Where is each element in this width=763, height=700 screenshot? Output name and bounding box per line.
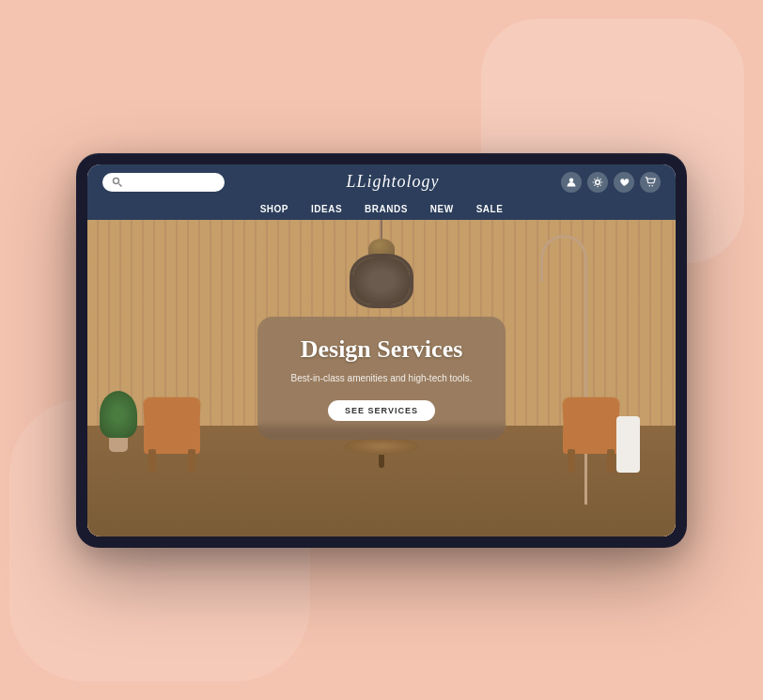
device-frame: LLightology	[76, 153, 687, 548]
logo-italic: L	[346, 172, 356, 191]
hero-overlay: Design Services Best-in-class amenities …	[87, 220, 676, 537]
header-icons	[561, 172, 661, 193]
settings-icon[interactable]	[587, 172, 608, 193]
account-icon[interactable]	[561, 172, 582, 193]
main-nav: SHOP IDEAS BRANDS NEW SALE	[102, 198, 661, 220]
svg-point-5	[652, 185, 654, 187]
device-screen: LLightology	[87, 164, 676, 537]
nav-item-ideas[interactable]: IDEAS	[311, 204, 342, 214]
wishlist-icon[interactable]	[614, 172, 634, 193]
search-input[interactable]	[128, 177, 215, 188]
nav-item-sale[interactable]: SALE	[476, 204, 504, 214]
hero-title: Design Services	[291, 335, 473, 364]
svg-point-0	[114, 178, 119, 183]
hero-section: Design Services Best-in-class amenities …	[87, 220, 676, 537]
nav-item-brands[interactable]: BRANDS	[365, 204, 408, 214]
hero-subtitle: Best-in-class amenities and high-tech to…	[291, 371, 473, 385]
svg-line-1	[119, 183, 122, 186]
header-top: LLightology	[102, 164, 661, 198]
page-wrapper: LLightology	[0, 0, 763, 700]
site-logo: LLightology	[346, 172, 439, 192]
nav-item-new[interactable]: NEW	[430, 204, 454, 214]
svg-point-4	[649, 185, 651, 187]
search-bar[interactable]	[102, 173, 225, 192]
svg-point-2	[569, 178, 574, 182]
site-header: LLightology	[87, 164, 676, 220]
nav-item-shop[interactable]: SHOP	[260, 204, 288, 214]
svg-point-3	[596, 179, 600, 184]
hero-cta-button[interactable]: SEE SERVICES	[328, 400, 435, 421]
hero-text-card: Design Services Best-in-class amenities …	[257, 317, 506, 440]
search-icon	[112, 177, 123, 188]
cart-icon[interactable]	[640, 172, 661, 193]
